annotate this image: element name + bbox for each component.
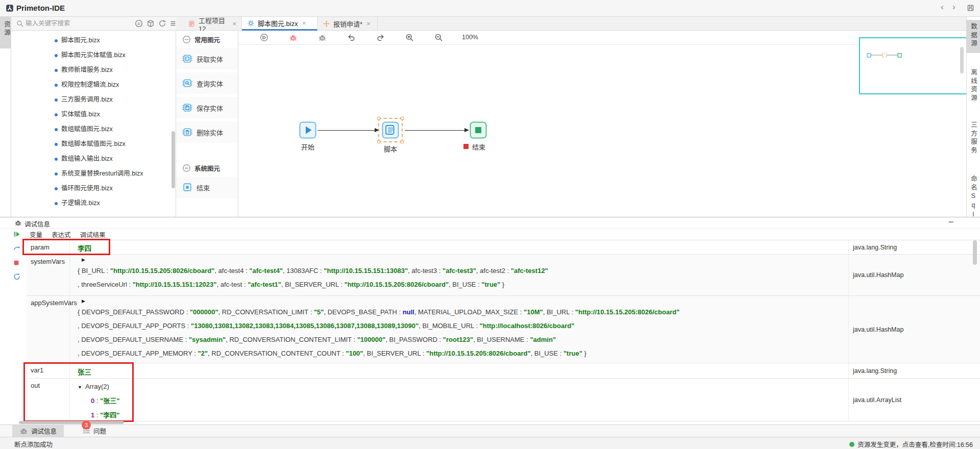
tree-file-item[interactable]: 权限控制逻辑流.bizx bbox=[11, 78, 176, 92]
status-message: 断点添加成功 bbox=[14, 439, 53, 449]
start-node-label: 开始 bbox=[299, 142, 316, 152]
zoom-in-icon[interactable] bbox=[405, 33, 414, 42]
tree-file-item[interactable]: 实体赋值.bizx bbox=[11, 107, 176, 122]
nav-forward-button[interactable]: › bbox=[952, 2, 955, 12]
start-node[interactable] bbox=[299, 121, 316, 139]
redo-icon[interactable] bbox=[376, 33, 385, 42]
variable-row-systemVars[interactable]: systemVars▶{ BI_URL : "http://10.15.15.2… bbox=[27, 255, 980, 296]
tree-file-item[interactable]: 脚本图元.bizx bbox=[11, 33, 176, 48]
resource-change-notice[interactable]: 资源发生变更，点击查看,检查时间:16:56 bbox=[849, 439, 973, 449]
doc-tab-0[interactable]: 工程项目12× bbox=[183, 17, 242, 31]
tree-file-item[interactable]: 数组脚本赋值图元.bizx bbox=[11, 137, 176, 152]
refresh-icon[interactable] bbox=[158, 19, 166, 28]
close-tab-icon[interactable]: × bbox=[302, 19, 306, 27]
bottom-tab-bar: 调试信息问题3 bbox=[0, 425, 980, 437]
variable-row-var1[interactable]: var1张三java.lang.String bbox=[27, 363, 980, 379]
debug-vscrollbar[interactable] bbox=[973, 240, 977, 265]
chip-query-icon bbox=[182, 78, 192, 88]
save-icon[interactable] bbox=[967, 4, 974, 12]
palette-item-结束[interactable]: 结束 bbox=[176, 177, 238, 198]
canvas-scrollbar[interactable] bbox=[960, 47, 964, 73]
variable-value: 李四 bbox=[70, 240, 845, 254]
file-name: 教师新增服务.bizx bbox=[61, 66, 113, 73]
doc-tab-label: 报销申请* bbox=[333, 19, 362, 29]
chip-delete-icon bbox=[182, 127, 192, 137]
minimap[interactable] bbox=[859, 37, 967, 94]
file-name: 实体赋值.bizx bbox=[61, 111, 100, 118]
tree-file-item[interactable]: 数组赋值图元.bizx bbox=[11, 122, 176, 137]
variable-row-out[interactable]: out▼Array(2)0 : "张三"1 : "李四"java.util.Ar… bbox=[27, 379, 980, 421]
end-node-label: 结束 bbox=[470, 142, 488, 152]
script-node[interactable] bbox=[382, 121, 399, 139]
right-rail-item-3[interactable]: 命名Sql bbox=[967, 176, 980, 221]
debug-hscrollbar[interactable] bbox=[19, 421, 124, 424]
tree-file-item[interactable]: 系统变量替换resturl调用.bizx bbox=[11, 166, 176, 181]
debug-bug-grey-icon[interactable] bbox=[318, 33, 327, 42]
collapse-icon[interactable]: ▼ bbox=[78, 385, 82, 390]
tree-file-item[interactable]: 脚本图元实体赋值.bizx bbox=[11, 48, 176, 63]
debug-bug-icon bbox=[14, 219, 22, 227]
end-node[interactable] bbox=[470, 121, 487, 139]
right-rail-item-1[interactable]: 离线资源 bbox=[967, 69, 980, 104]
problems-badge: 3 bbox=[82, 420, 91, 430]
app-logo-icon bbox=[5, 4, 14, 13]
palette-item-保存实体[interactable]: 保存实体 bbox=[176, 97, 238, 118]
flow-canvas[interactable]: 100% 开始 脚本 结束 bbox=[238, 31, 966, 217]
debug-tab-变量[interactable]: 变量 bbox=[29, 229, 43, 240]
bottom-tab-调试信息[interactable]: 调试信息 bbox=[12, 425, 64, 437]
close-tab-icon[interactable]: × bbox=[232, 20, 236, 28]
debug-tab-表达式[interactable]: 表达式 bbox=[51, 229, 72, 240]
tree-file-item[interactable]: 教师新增服务.bizx bbox=[11, 63, 176, 78]
minus-circle-icon[interactable] bbox=[182, 164, 191, 172]
step-over-icon[interactable] bbox=[13, 244, 21, 252]
file-bullet-icon bbox=[55, 98, 58, 102]
tree-file-item[interactable]: 三方服务调用.bizx bbox=[11, 92, 176, 107]
ai-icon[interactable]: AI bbox=[135, 19, 143, 28]
close-tab-icon[interactable]: × bbox=[366, 20, 371, 28]
minus-circle-icon[interactable] bbox=[182, 35, 191, 44]
bottom-tab-问题[interactable]: 问题 bbox=[76, 425, 113, 437]
stop-icon[interactable] bbox=[13, 259, 20, 266]
breakpoint-marker[interactable] bbox=[463, 144, 469, 149]
cube-icon[interactable] bbox=[146, 19, 155, 28]
variable-name: systemVars bbox=[27, 255, 70, 295]
variable-row-param[interactable]: param李四java.lang.String bbox=[27, 240, 980, 255]
nav-back-button[interactable]: ‹ bbox=[941, 2, 944, 12]
search-input[interactable] bbox=[26, 18, 117, 29]
resume-green-icon[interactable] bbox=[13, 230, 21, 238]
palette-item-获取实体[interactable]: 获取实体 bbox=[176, 48, 238, 69]
palette-group-1[interactable]: 系统图元 bbox=[176, 159, 238, 177]
file-bullet-icon bbox=[55, 202, 58, 205]
zoom-out-icon[interactable] bbox=[434, 33, 443, 42]
palette-item-删除实体[interactable]: 删除实体 bbox=[176, 121, 238, 143]
tree-file-item[interactable]: 循环图元使用.bizx bbox=[11, 181, 176, 196]
chip-get-icon bbox=[182, 54, 192, 64]
right-rail-item-2[interactable]: 三方服务 bbox=[967, 121, 980, 157]
file-bullet-icon bbox=[55, 113, 58, 116]
expand-icon[interactable]: ▶ bbox=[78, 297, 845, 305]
file-bullet-icon bbox=[55, 143, 58, 146]
doc-tab-1[interactable]: 脚本图元.bizx× bbox=[242, 17, 317, 31]
right-rail-item-0[interactable]: 数据源 bbox=[967, 20, 980, 53]
tree-file-item[interactable]: 子逻辑流.bizx bbox=[11, 196, 176, 211]
palette-group-0[interactable]: 常用图元 bbox=[176, 31, 238, 48]
explorer-toolbar: AI bbox=[11, 17, 176, 31]
variables-table: param李四java.lang.StringsystemVars▶{ BI_U… bbox=[27, 240, 980, 421]
palette-item-查询实体[interactable]: 查询实体 bbox=[176, 72, 238, 94]
collapse-panel-button[interactable]: − bbox=[948, 217, 954, 228]
variable-row-appSystemVars[interactable]: appSystemVars▶{ DEVOPS_DEFAULT_PASSWORD … bbox=[27, 296, 980, 363]
tree-file-item[interactable]: 数组输入输出.bizx bbox=[11, 152, 176, 166]
file-bullet-icon bbox=[55, 54, 58, 57]
debug-tab-调试结果[interactable]: 调试结果 bbox=[79, 229, 107, 240]
tree-scrollbar[interactable] bbox=[172, 131, 175, 188]
document-tab-bar: 工程项目12×脚本图元.bizx×报销申请*× bbox=[176, 17, 966, 31]
file-name: 数组赋值图元.bizx bbox=[61, 126, 113, 133]
undo-icon[interactable] bbox=[347, 33, 356, 42]
debug-bug-red-icon[interactable] bbox=[289, 33, 298, 42]
variable-type: java.util.ArrayList bbox=[848, 379, 980, 421]
rerun-icon[interactable] bbox=[13, 272, 21, 281]
doc-tab-2[interactable]: 报销申请*× bbox=[317, 17, 378, 31]
palette-group-label: 系统图元 bbox=[194, 163, 220, 173]
run-icon[interactable] bbox=[260, 33, 268, 42]
expand-icon[interactable]: ▶ bbox=[78, 256, 845, 264]
